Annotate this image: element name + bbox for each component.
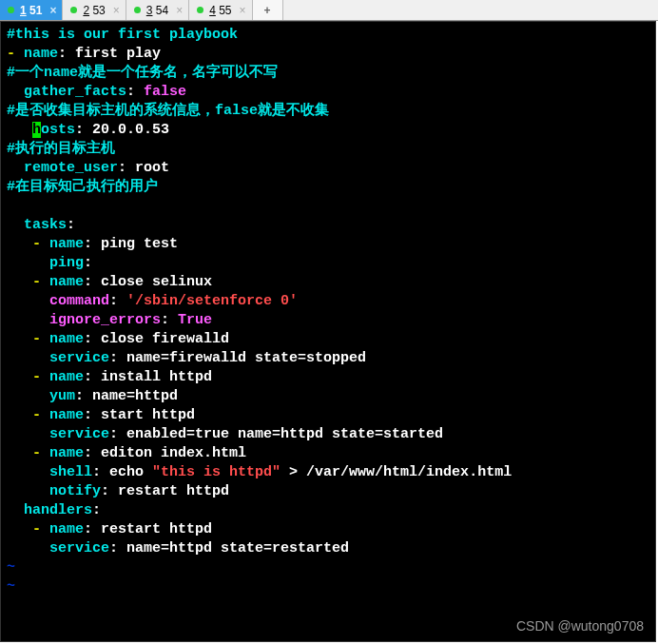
tilde-line: ~ <box>7 578 15 595</box>
value: false <box>144 84 186 100</box>
key: gather_facts <box>24 84 126 100</box>
value: restart httpd <box>101 521 212 537</box>
value: first play <box>75 46 161 62</box>
string: "this is httpd" <box>152 464 281 480</box>
key: tasks <box>24 217 67 233</box>
value: True <box>178 312 212 328</box>
tab-bar: 1 51 × 2 53 × 3 54 × 4 55 × + <box>0 0 658 21</box>
value: name=httpd state=restarted <box>126 540 349 556</box>
watermark: CSDN @wutong0708 <box>516 616 644 635</box>
value: ping test <box>101 236 178 252</box>
key: service <box>49 540 109 556</box>
close-icon[interactable]: × <box>49 4 56 17</box>
key: ping <box>49 255 84 271</box>
key: ignore_errors <box>49 312 161 328</box>
tab-2[interactable]: 2 53 × <box>63 0 126 20</box>
close-icon[interactable]: × <box>113 4 120 17</box>
tab-label: 2 53 <box>83 4 105 17</box>
key: handlers <box>24 502 92 518</box>
comment: #执行的目标主机 <box>7 141 115 157</box>
value: name=firewalld state=stopped <box>126 350 366 366</box>
dot-icon <box>197 7 203 13</box>
key: service <box>49 350 109 366</box>
tilde-line: ~ <box>7 559 15 576</box>
value: close firewalld <box>101 331 229 347</box>
tab-label: 4 55 <box>209 4 231 17</box>
add-tab-button[interactable]: + <box>253 0 283 20</box>
value: > /var/www/html/index.html <box>281 464 512 480</box>
comment: #是否收集目标主机的系统信息，false就是不收集 <box>7 103 329 119</box>
key: remote_user <box>24 160 118 176</box>
dot-icon <box>8 7 14 13</box>
comment: #在目标知己执行的用户 <box>7 179 158 195</box>
value: name=httpd <box>92 388 178 404</box>
list-dash: - <box>7 46 24 62</box>
close-icon[interactable]: × <box>176 4 183 17</box>
tab-1[interactable]: 1 51 × <box>0 0 63 20</box>
value: echo <box>109 464 152 480</box>
value: restart httpd <box>118 483 229 499</box>
key: osts <box>41 122 75 138</box>
value: 20.0.0.53 <box>92 122 169 138</box>
key: shell <box>49 464 92 480</box>
key: yum <box>49 388 75 404</box>
dot-icon <box>70 7 77 13</box>
code-editor[interactable]: #this is our first playbook - name: firs… <box>0 21 656 642</box>
tab-3[interactable]: 3 54 × <box>126 0 189 20</box>
cursor: h <box>32 122 41 138</box>
key: command <box>49 293 109 309</box>
key: service <box>49 426 109 442</box>
value: start httpd <box>101 407 195 423</box>
tab-label: 3 54 <box>146 4 168 17</box>
comment: #一个name就是一个任务名，名字可以不写 <box>7 65 278 81</box>
comment: #this is our first playbook <box>7 27 238 43</box>
value: '/sbin/setenforce 0' <box>126 293 298 309</box>
close-icon[interactable]: × <box>240 4 246 17</box>
tab-4[interactable]: 4 55 × <box>189 0 252 20</box>
value: root <box>135 160 169 176</box>
value: editon index.html <box>101 445 246 461</box>
dot-icon <box>134 7 141 13</box>
value: enabled=true name=httpd state=started <box>126 426 443 442</box>
key: notify <box>49 483 101 499</box>
value: install httpd <box>101 369 212 385</box>
value: close selinux <box>101 274 212 290</box>
key: name <box>24 46 58 62</box>
tab-label: 1 51 <box>20 4 42 17</box>
